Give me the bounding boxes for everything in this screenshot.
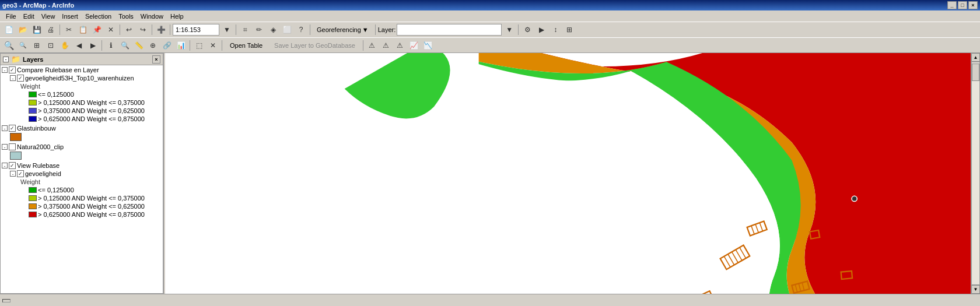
layer-gevoeligheid-row[interactable]: - gevoeligheid [1,170,163,178]
menu-edit[interactable]: Edit [20,12,38,21]
expand-compare[interactable]: - [2,67,8,73]
layer-input[interactable] [397,24,502,36]
legend-row-2-2: > 0,125000 AND Weight <= 0,375000 [1,194,163,202]
checkbox-gevoeligheid53h[interactable] [17,75,24,82]
clear-selection-button[interactable]: ✕ [206,39,219,52]
expand-glastuinbouw[interactable]: - [2,125,8,131]
menu-insert[interactable]: Insert [58,12,82,21]
natura2000-swatch-row [1,151,163,160]
add-data-button[interactable]: ➕ [155,23,167,36]
sketch-button[interactable]: ⬜ [281,23,293,36]
layer-options-3[interactable]: ↕ [549,23,562,36]
go-to-xy-button[interactable]: ⊕ [146,39,159,52]
scroll-thumb[interactable] [972,64,979,81]
toc-panel: - 📁 Layers × - Compare Rulebase en Layer… [0,53,163,294]
paste-button[interactable]: 📌 [90,23,103,36]
select-features-button[interactable]: ⬚ [192,39,205,52]
separator-t2-1 [102,40,102,51]
legend-row-2-3: > 0,375000 AND Weight <= 0,625000 [1,202,163,210]
weight-label-row-2: Weight [1,178,163,186]
pan-button[interactable]: ✋ [58,39,71,52]
redo-button[interactable]: ↪ [136,23,149,36]
3d-button[interactable]: ◈ [267,23,279,36]
maximize-button[interactable]: □ [958,1,967,9]
zoom-forward-button[interactable]: ▶ [86,39,99,52]
open-button[interactable]: 📂 [16,23,29,36]
scroll-down-button[interactable]: ▼ [971,285,980,294]
menu-help[interactable]: Help [167,12,187,21]
toolbar-area: 📄 📂 💾 🖨 ✂ 📋 📌 ✕ ↩ ↪ ➕ ▼ ⌗ ✏ ◈ ⬜ ? Georef… [0,22,980,53]
checkbox-gevoeligheid[interactable] [17,170,24,177]
save-button[interactable]: 💾 [30,23,43,36]
layer-glastuinbouw-row[interactable]: - Glastuinbouw [1,124,163,132]
undo-button[interactable]: ↩ [123,23,135,36]
edit-vertices-button[interactable]: ⌗ [239,23,251,36]
separator7 [375,24,376,35]
zoom-back-button[interactable]: ◀ [72,39,85,52]
scale-input[interactable] [173,24,219,36]
delete-button[interactable]: ✕ [104,23,117,36]
scale-dropdown[interactable]: ▼ [220,23,233,36]
expand-view-rulebase[interactable]: - [2,163,8,168]
checkbox-natura2000[interactable] [9,143,16,150]
group-view-rulebase-row[interactable]: - View Rulebase [1,161,163,170]
layer-glastuinbouw-label: Glastuinbouw [17,125,56,132]
legend-label-1-1: <= 0,125000 [38,91,74,98]
new-button[interactable]: 📄 [2,23,15,36]
minimize-button[interactable]: _ [947,1,957,9]
expand-natura2000[interactable]: - [2,144,8,150]
map-area[interactable] [166,53,971,294]
status-bar [0,294,980,306]
editor-button[interactable]: ✏ [253,23,265,36]
legend-row-1-2: > 0,125000 AND Weight <= 0,375000 [1,99,163,107]
layer-natura2000-row[interactable]: - Natura2000_clip [1,143,163,151]
expand-gevoeligheid53h[interactable]: - [10,75,16,81]
layers-folder-icon: 📁 [11,55,20,64]
cut-button[interactable]: ✂ [62,23,75,36]
toc-root-expand[interactable]: - [3,57,9,62]
georeferencing-button[interactable]: Georeferencing ▼ [313,23,373,36]
menu-selection[interactable]: Selection [82,12,115,21]
identify-button[interactable]: ℹ [104,39,117,52]
group-compare-row[interactable]: - Compare Rulebase en Layer [1,66,163,74]
layer-gevoeligheid53h-row[interactable]: - gevoeligheid53H_Top10_warenhuizen [1,74,163,82]
measure-button[interactable]: 📏 [132,39,145,52]
weight-label-row-1: Weight [1,82,163,90]
close-button[interactable]: × [968,1,978,9]
checkbox-compare[interactable] [9,66,16,73]
layer-options-2[interactable]: ▶ [535,23,548,36]
save-layer-button[interactable]: Save Layer to GeoDatabase [269,39,360,52]
scroll-up-button[interactable]: ▲ [971,53,980,62]
layer-dropdown[interactable]: ▼ [503,23,516,36]
legend-label-1-4: > 0,625000 AND Weight <= 0,875000 [38,115,145,122]
layer-options-4[interactable]: ⊞ [563,23,576,36]
separator-t2-4 [363,40,363,51]
checkbox-view-rulebase[interactable] [9,162,16,169]
hyperlink-button[interactable]: 🔗 [160,39,173,52]
zoom-in-button[interactable]: 🔍 [2,39,15,52]
weight-label-2: Weight [19,178,40,185]
find-button[interactable]: 🔍 [118,39,131,52]
zoom-out-button[interactable]: 🔍 [16,39,29,52]
separator3 [152,24,152,35]
group-glastuinbouw: - Glastuinbouw [1,124,163,142]
zoom-full-button[interactable]: ⊞ [30,39,43,52]
layer-options-1[interactable]: ⚙ [521,23,534,36]
legend-row-2-4: > 0,625000 AND Weight <= 0,875000 [1,210,163,219]
help-button[interactable]: ? [295,23,307,36]
expand-gevoeligheid[interactable]: - [10,171,16,177]
open-table-button[interactable]: Open Table [225,39,268,52]
menu-window[interactable]: Window [137,12,167,21]
toc-close-button[interactable]: × [152,55,160,64]
app-title: geo3 - ArcMap - ArcInfo [2,2,947,9]
menu-file[interactable]: File [2,12,20,21]
zoom-selection-button[interactable]: ⊡ [44,39,57,52]
checkbox-glastuinbouw[interactable] [9,125,16,132]
graph-button[interactable]: 📊 [174,39,187,52]
menu-tools[interactable]: Tools [115,12,137,21]
print-button[interactable]: 🖨 [44,23,57,36]
scroll-track[interactable] [971,62,980,285]
menu-view[interactable]: View [38,12,59,21]
copy-button[interactable]: 📋 [76,23,89,36]
right-scrollbar: ▲ ▼ [971,53,980,294]
